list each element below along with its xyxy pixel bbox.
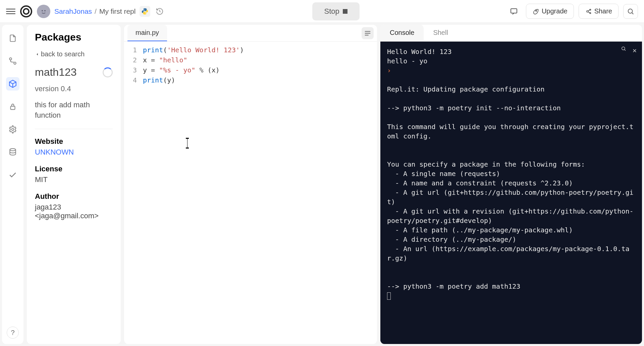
upgrade-button[interactable]: Upgrade [526, 4, 574, 19]
top-header: SarahJonas / My first repl Stop Upgrade … [0, 0, 644, 23]
svg-line-22 [624, 49, 626, 51]
header-right: Upgrade Share [506, 4, 638, 19]
svg-point-2 [42, 10, 43, 11]
svg-rect-18 [365, 31, 371, 32]
svg-line-12 [632, 12, 634, 14]
rail-version-control[interactable] [6, 54, 19, 68]
replit-logo[interactable] [19, 5, 33, 18]
gutter: 1234 [124, 45, 143, 341]
svg-point-16 [12, 128, 14, 131]
license-section: License MIT [35, 165, 113, 184]
svg-rect-19 [365, 33, 371, 34]
console-search-icon[interactable] [621, 46, 627, 55]
share-icon [585, 8, 592, 15]
svg-point-1 [23, 9, 29, 14]
main-area: ? Packages back to search math123 versio… [0, 23, 644, 346]
divider [35, 129, 113, 129]
console-cursor [387, 292, 391, 300]
stop-icon [343, 9, 347, 14]
package-version: version 0.4 [35, 84, 113, 93]
loading-spinner [103, 67, 113, 77]
svg-point-7 [536, 10, 537, 11]
chat-icon[interactable] [506, 4, 521, 19]
code-area[interactable]: 1234 print('Hello World! 123') x = "hell… [124, 42, 377, 344]
console-tabs: Console Shell [380, 25, 642, 42]
language-badge[interactable] [140, 6, 150, 17]
menu-icon[interactable] [6, 7, 15, 16]
console-panel: Console Shell ✕Hello World! 123 hello - … [380, 25, 642, 344]
avatar[interactable] [37, 5, 50, 18]
history-icon[interactable] [154, 6, 165, 17]
console-tools: ✕ [621, 46, 637, 55]
breadcrumb: SarahJonas / My first repl [54, 7, 136, 15]
package-description: this for add math function [35, 100, 113, 121]
website-value[interactable]: UNKNOWN [35, 148, 113, 157]
stop-button[interactable]: Stop [312, 2, 360, 20]
share-button[interactable]: Share [579, 4, 619, 19]
rail-bottom: ? [7, 327, 19, 339]
console-output[interactable]: ✕Hello World! 123 hello - yo › Repl.it: … [380, 42, 642, 344]
share-label: Share [594, 7, 612, 15]
rail-secrets[interactable] [6, 100, 19, 113]
rail-files[interactable] [6, 32, 19, 45]
breadcrumb-user[interactable]: SarahJonas [54, 7, 92, 15]
search-icon [627, 8, 634, 15]
header-center: Stop [169, 2, 502, 20]
upgrade-label: Upgrade [542, 7, 568, 15]
svg-point-3 [44, 10, 46, 11]
svg-rect-15 [11, 106, 15, 110]
rail-settings[interactable] [6, 123, 19, 136]
author-label: Author [35, 192, 113, 201]
website-section: Website UNKNOWN [35, 137, 113, 157]
author-section: Author jaga123 <jaga@gmail.com> [35, 192, 113, 220]
svg-point-13 [9, 58, 12, 60]
svg-rect-20 [365, 35, 369, 36]
svg-point-14 [14, 62, 16, 64]
stop-button-label: Stop [324, 7, 339, 16]
svg-point-4 [144, 9, 144, 9]
svg-point-0 [21, 6, 32, 17]
code-content[interactable]: print('Hello World! 123') x = "hello" y … [143, 45, 377, 341]
breadcrumb-separator: / [95, 7, 97, 15]
left-rail: ? [2, 25, 23, 344]
author-value: jaga123 <jaga@gmail.com> [35, 203, 113, 220]
rail-database[interactable] [6, 146, 19, 159]
back-to-search[interactable]: back to search [35, 50, 85, 58]
tab-console[interactable]: Console [380, 25, 424, 41]
packages-title: Packages [35, 32, 113, 43]
editor-tabs: main.py [124, 25, 377, 42]
svg-point-17 [10, 149, 15, 151]
editor-panel: main.py 1234 print('Hello World! 123') x… [124, 25, 377, 344]
search-button[interactable] [623, 4, 638, 19]
license-label: License [35, 165, 113, 173]
package-name: math123 [35, 66, 77, 78]
website-label: Website [35, 137, 113, 146]
tab-shell[interactable]: Shell [424, 25, 457, 41]
rocket-icon [532, 8, 539, 15]
svg-point-11 [628, 9, 633, 13]
rail-tests[interactable] [6, 168, 19, 182]
chevron-left-icon [35, 52, 40, 57]
breadcrumb-repl-name[interactable]: My first repl [99, 7, 136, 15]
markdown-toggle[interactable] [362, 27, 374, 39]
packages-panel: Packages back to search math123 version … [27, 25, 121, 344]
rail-packages[interactable] [6, 77, 19, 91]
package-name-row: math123 [35, 66, 113, 78]
svg-point-8 [587, 10, 588, 12]
console-close-icon[interactable]: ✕ [633, 46, 637, 55]
svg-point-5 [146, 13, 147, 14]
text-cursor [187, 139, 187, 148]
help-button[interactable]: ? [7, 327, 19, 339]
editor-tab-main[interactable]: main.py [127, 25, 167, 41]
svg-rect-6 [511, 9, 517, 13]
back-to-search-label: back to search [41, 50, 85, 58]
license-value: MIT [35, 175, 113, 184]
